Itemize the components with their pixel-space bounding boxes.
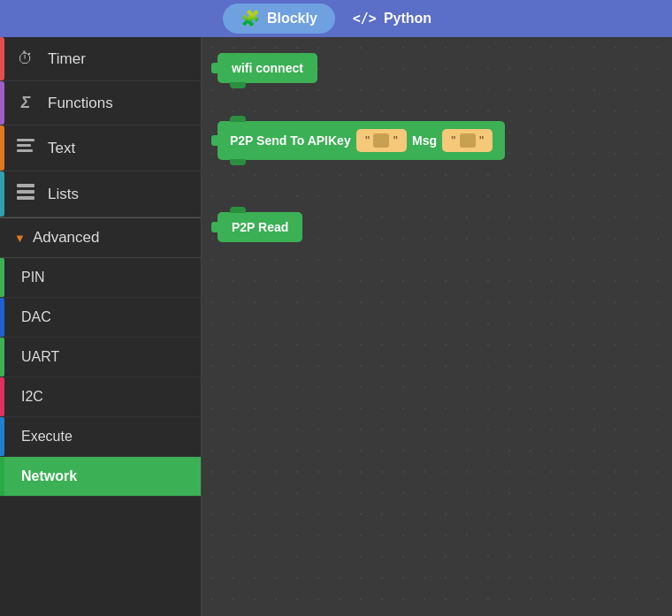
i2c-color-bar [0, 377, 4, 416]
tab-blockly-label: Blockly [267, 11, 317, 27]
svg-rect-1 [17, 144, 31, 147]
sidebar-item-pin[interactable]: PIN [0, 258, 201, 298]
sidebar: ⏱ Timer Σ Functions Text [0, 37, 202, 616]
sidebar-item-dac[interactable]: DAC [0, 298, 201, 338]
apikey-input-slot[interactable]: " " [356, 129, 407, 152]
network-color-bar [0, 457, 4, 496]
block-wifi-connect[interactable]: wifi connect [218, 53, 317, 83]
wifi-connect-label: wifi connect [232, 61, 303, 75]
msg-quote-right-icon: " [479, 134, 485, 147]
sidebar-item-i2c[interactable]: I2C [0, 377, 201, 417]
sidebar-item-text[interactable]: Text [0, 125, 201, 171]
text-icon [14, 138, 37, 158]
tab-python[interactable]: </> Python [335, 5, 449, 32]
msg-slot-box [460, 133, 476, 148]
execute-color-bar [0, 417, 4, 456]
text-indicator [0, 125, 4, 171]
timer-indicator [0, 37, 4, 80]
header: 🧩 Blockly </> Python [0, 0, 672, 37]
sidebar-item-uart-label: UART [0, 349, 59, 365]
sidebar-item-functions-label: Functions [48, 95, 113, 112]
canvas: wifi connect P2P Send To APIKey " " [202, 37, 672, 616]
msg-quote-left-icon: " [451, 134, 456, 147]
quote-right-icon: " [393, 134, 398, 147]
svg-rect-2 [17, 149, 33, 152]
sidebar-item-lists[interactable]: Lists [0, 171, 201, 217]
python-icon: </> [353, 11, 377, 27]
quote-left-icon: " [365, 134, 370, 147]
pin-color-bar [0, 258, 4, 297]
sidebar-item-i2c-label: I2C [0, 389, 43, 405]
svg-rect-0 [17, 139, 34, 141]
sidebar-item-functions[interactable]: Σ Functions [0, 81, 201, 125]
tab-python-label: Python [384, 11, 431, 27]
advanced-header[interactable]: ▼ Advanced [0, 218, 201, 258]
functions-indicator [0, 81, 4, 125]
sidebar-item-pin-label: PIN [0, 270, 45, 285]
sidebar-item-execute[interactable]: Execute [0, 417, 201, 457]
functions-icon: Σ [14, 94, 37, 112]
sidebar-item-execute-label: Execute [0, 429, 73, 445]
msg-label: Msg [412, 133, 437, 148]
svg-rect-4 [17, 190, 34, 194]
timer-icon: ⏱ [14, 49, 37, 68]
sidebar-item-timer[interactable]: ⏱ Timer [0, 37, 201, 81]
advanced-header-label: Advanced [33, 229, 100, 247]
blockly-icon: 🧩 [241, 9, 260, 28]
p2p-send-label: P2P Send To APIKey [230, 133, 351, 148]
sidebar-item-dac-label: DAC [0, 309, 51, 325]
lists-indicator [0, 171, 4, 217]
svg-rect-3 [17, 184, 34, 187]
msg-input-slot[interactable]: " " [442, 129, 493, 152]
sidebar-item-lists-label: Lists [48, 186, 79, 203]
svg-rect-5 [17, 196, 34, 200]
block-p2p-send[interactable]: P2P Send To APIKey " " Msg " " [218, 121, 505, 160]
sidebar-item-network[interactable]: Network [0, 457, 201, 497]
sidebar-item-text-label: Text [48, 140, 75, 157]
dac-color-bar [0, 298, 4, 337]
block-p2p-read[interactable]: P2P Read [218, 212, 302, 242]
main-layout: ⏱ Timer Σ Functions Text [0, 37, 672, 616]
p2p-read-label: P2P Read [232, 220, 288, 234]
tab-blockly[interactable]: 🧩 Blockly [223, 4, 335, 34]
advanced-chevron-icon: ▼ [14, 232, 26, 245]
sidebar-item-network-label: Network [0, 468, 77, 484]
sidebar-item-uart[interactable]: UART [0, 338, 201, 377]
sidebar-item-timer-label: Timer [48, 50, 86, 68]
apikey-slot-box [373, 133, 389, 148]
uart-color-bar [0, 338, 4, 376]
lists-icon [14, 184, 37, 204]
